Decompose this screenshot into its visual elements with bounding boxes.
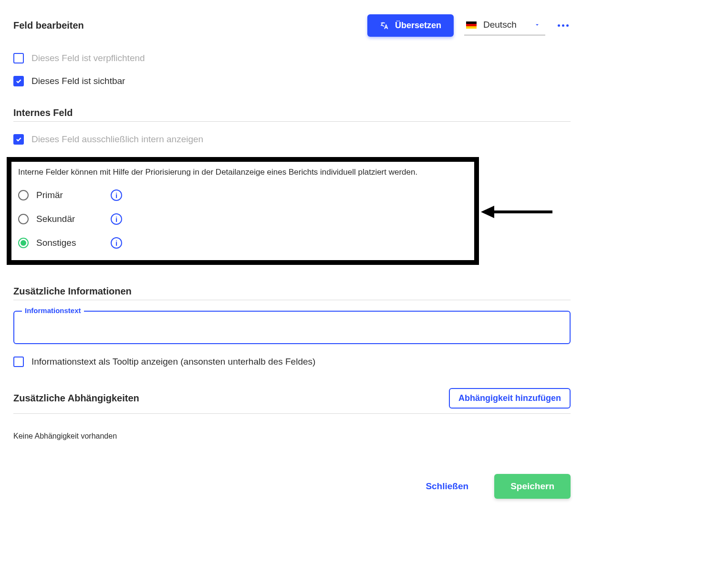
language-select-label: Deutsch	[483, 20, 517, 30]
translate-button-label: Übersetzen	[395, 21, 441, 31]
internal-section-heading: Internes Feld	[13, 107, 571, 122]
flag-de-icon	[466, 21, 477, 29]
tooltip-checkbox[interactable]	[13, 357, 24, 367]
chevron-down-icon	[534, 21, 541, 28]
visible-checkbox[interactable]	[13, 76, 24, 86]
mandatory-label: Dieses Feld ist verpflichtend	[31, 53, 145, 63]
language-select[interactable]: Deutsch	[464, 16, 545, 35]
close-button[interactable]: Schließen	[423, 481, 471, 492]
info-text-input[interactable]	[13, 311, 571, 344]
priority-radio-other[interactable]	[18, 238, 29, 248]
priority-note: Interne Felder können mit Hilfe der Prio…	[18, 168, 468, 177]
arrow-annotation-icon	[481, 205, 552, 219]
priority-radio-primary[interactable]	[18, 190, 29, 200]
priority-radio-secondary-label: Sekundär	[36, 214, 103, 224]
internal-only-label: Dieses Feld ausschließlich intern anzeig…	[31, 134, 203, 145]
add-dependency-button[interactable]: Abhängigkeit hinzufügen	[449, 388, 571, 409]
translate-button[interactable]: Übersetzen	[367, 14, 454, 37]
translate-icon	[380, 21, 389, 31]
tooltip-checkbox-label: Informationstext als Tooltip anzeigen (a…	[31, 357, 315, 367]
dependencies-heading: Zusätzliche Abhängigkeiten	[13, 393, 139, 404]
priority-highlight-box: Interne Felder können mit Hilfe der Prio…	[7, 157, 479, 265]
priority-radio-primary-label: Primär	[36, 190, 103, 200]
priority-radio-other-label: Sonstiges	[36, 238, 103, 248]
mandatory-checkbox[interactable]	[13, 53, 24, 63]
page-title: Feld bearbeiten	[13, 20, 84, 31]
additional-info-heading: Zusätzliche Informationen	[13, 286, 571, 300]
internal-only-checkbox[interactable]	[13, 134, 24, 145]
svg-marker-1	[481, 206, 494, 218]
save-button[interactable]: Speichern	[494, 474, 571, 499]
info-icon[interactable]: i	[111, 213, 122, 225]
more-menu-button[interactable]	[556, 22, 571, 29]
dependencies-empty-note: Keine Abhängigkeit vorhanden	[13, 432, 571, 441]
info-icon[interactable]: i	[111, 189, 122, 201]
info-text-field-label: Informationstext	[22, 306, 84, 315]
visible-label: Dieses Feld ist sichtbar	[31, 76, 125, 86]
priority-radio-secondary[interactable]	[18, 214, 29, 224]
info-icon[interactable]: i	[111, 237, 122, 249]
